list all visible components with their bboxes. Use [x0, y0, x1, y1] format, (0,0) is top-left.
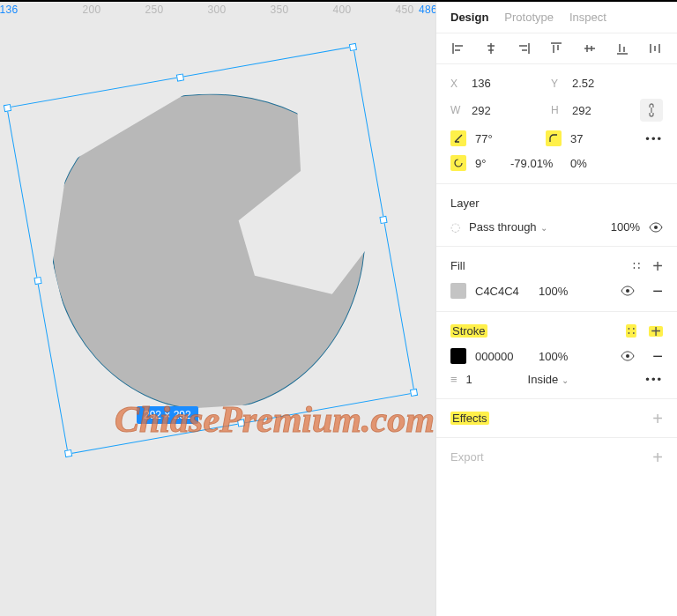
align-vcenter-icon[interactable]: [582, 41, 598, 56]
fill-opacity[interactable]: 100%: [539, 285, 588, 298]
h-label: H: [551, 104, 563, 116]
stroke-section: Stroke ∷ + 000000 100% − ≡ 1 Inside⌄ •••: [436, 312, 677, 399]
layer-opacity[interactable]: 100%: [601, 220, 640, 234]
x-label: X: [450, 78, 463, 90]
top-ruler: 136 200 250 300 350 400 450 486.20: [0, 2, 435, 19]
svg-point-1: [654, 226, 658, 229]
ruler-tick: 200: [83, 4, 101, 16]
resize-handle-bl[interactable]: [64, 449, 72, 457]
corner-value[interactable]: 37: [570, 132, 620, 145]
ruler-tick: 250: [145, 4, 164, 16]
arc-icon: [450, 155, 466, 171]
svg-point-0: [455, 160, 462, 167]
y-value[interactable]: 2.52: [572, 77, 621, 90]
vector-blob-shape[interactable]: [28, 67, 396, 434]
layer-title: Layer: [450, 197, 480, 210]
resize-handle-mr[interactable]: [379, 216, 387, 224]
fill-swatch[interactable]: [450, 283, 466, 299]
resize-handle-bm[interactable]: [237, 419, 245, 427]
arc-ratio-value[interactable]: 0%: [570, 157, 620, 170]
effects-title: Effects: [450, 412, 489, 425]
rotation-value[interactable]: 77°: [475, 132, 524, 145]
resize-handle-tl[interactable]: [4, 104, 11, 112]
export-title: Export: [450, 450, 484, 464]
tab-prototype[interactable]: Prototype: [504, 11, 554, 24]
ruler-tick: 300: [208, 4, 227, 16]
svg-point-3: [626, 354, 629, 358]
fill-styles-icon[interactable]: ∷: [633, 259, 640, 272]
stroke-hex[interactable]: 000000: [475, 350, 530, 363]
blend-mode-select[interactable]: Pass through⌄: [469, 220, 547, 234]
align-hcenter-icon[interactable]: [483, 41, 499, 56]
transform-section: X 136 Y 2.52 W 292 H 292 77° 37 ••• 9° -…: [436, 64, 677, 184]
visibility-toggle-icon[interactable]: [649, 222, 663, 233]
stroke-weight[interactable]: 1: [466, 373, 502, 386]
stroke-styles-icon[interactable]: ∷: [626, 324, 636, 338]
ruler-tick: 400: [333, 4, 352, 16]
align-left-icon[interactable]: [450, 41, 466, 56]
resize-handle-tr[interactable]: [349, 43, 357, 51]
arc-sweep-value[interactable]: -79.01%: [510, 157, 562, 170]
fill-section: Fill ∷ + C4C4C4 100% −: [436, 247, 677, 312]
align-right-icon[interactable]: [516, 41, 532, 56]
stroke-advanced-button[interactable]: •••: [645, 373, 663, 386]
add-effect-button[interactable]: +: [652, 413, 663, 424]
tab-design[interactable]: Design: [450, 11, 488, 24]
resize-handle-ml[interactable]: [33, 277, 41, 285]
design-panel: Design Prototype Inspect X 136 Y 2.52 W …: [435, 2, 677, 616]
remove-fill-button[interactable]: −: [652, 286, 663, 295]
corner-radius-icon: [546, 130, 562, 146]
ruler-tick: 450: [396, 4, 414, 16]
selection-bounding-box[interactable]: [6, 46, 414, 454]
w-label: W: [450, 104, 463, 116]
layer-section: Layer ◌ Pass through⌄ 100%: [436, 184, 677, 247]
resize-handle-br[interactable]: [410, 389, 418, 397]
distribute-icon[interactable]: [647, 41, 663, 56]
add-fill-button[interactable]: +: [652, 261, 663, 271]
arc-start-value[interactable]: 9°: [475, 157, 502, 170]
remove-stroke-button[interactable]: −: [652, 352, 663, 360]
canvas-area[interactable]: 136 200 250 300 350 400 450 486.20 292 ×…: [0, 2, 435, 616]
stroke-opacity[interactable]: 100%: [539, 350, 588, 363]
rotation-icon: [450, 130, 466, 146]
corner-options-button[interactable]: •••: [645, 132, 663, 145]
h-value[interactable]: 292: [572, 104, 621, 117]
fill-title: Fill: [450, 259, 465, 272]
stroke-weight-icon: ≡: [450, 373, 458, 386]
fill-visibility-icon[interactable]: [621, 286, 635, 296]
export-section: Export +: [436, 438, 677, 476]
stroke-swatch[interactable]: [450, 348, 466, 364]
blend-mode-icon: ◌: [450, 220, 460, 234]
align-bottom-icon[interactable]: [614, 41, 630, 56]
x-value[interactable]: 136: [472, 77, 521, 90]
add-stroke-button[interactable]: +: [649, 326, 663, 337]
stroke-title: Stroke: [450, 324, 487, 338]
ruler-start: 136: [0, 4, 18, 16]
fill-hex[interactable]: C4C4C4: [475, 285, 530, 298]
resize-handle-tm[interactable]: [176, 73, 184, 81]
effects-section: Effects +: [436, 399, 677, 438]
stroke-position-select[interactable]: Inside⌄: [528, 373, 569, 386]
w-value[interactable]: 292: [472, 104, 521, 117]
stroke-visibility-icon[interactable]: [621, 351, 635, 361]
y-label: Y: [551, 78, 563, 90]
svg-point-2: [626, 289, 629, 293]
alignment-toolbar: [436, 33, 677, 64]
panel-tabs: Design Prototype Inspect: [436, 2, 677, 33]
constrain-proportions-button[interactable]: [640, 99, 663, 122]
align-top-icon[interactable]: [548, 41, 564, 56]
ruler-end: 486.20: [419, 4, 435, 16]
selection-size-label: 292 × 292: [137, 406, 198, 424]
tab-inspect[interactable]: Inspect: [569, 11, 606, 24]
ruler-tick: 350: [271, 4, 289, 16]
add-export-button[interactable]: +: [652, 452, 663, 463]
